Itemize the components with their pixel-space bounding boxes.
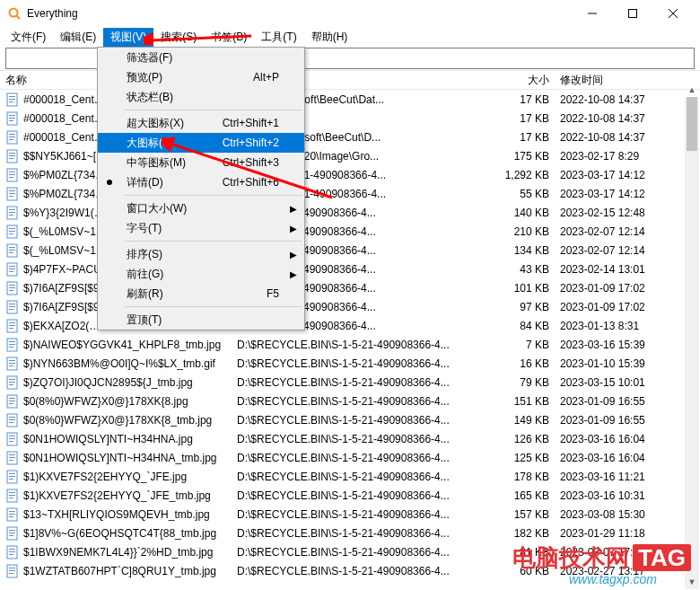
svg-rect-69 (9, 384, 13, 385)
svg-rect-7 (9, 96, 15, 97)
svg-rect-37 (9, 233, 13, 234)
file-row[interactable]: $)NAIWEO$YGGVK41_KHPLF8_tmb.jpgD:\$RECYC… (5, 335, 695, 354)
svg-rect-56 (9, 325, 15, 326)
dropdown-label: 大图标(L) (127, 136, 223, 151)
file-size: 151 KB (497, 395, 560, 408)
dropdown-label: 置顶(T) (127, 313, 304, 328)
file-icon (5, 281, 20, 295)
file-size: 125 KB (497, 452, 560, 464)
menu-item-0[interactable]: 文件(F) (4, 28, 53, 47)
col-mtime[interactable]: 修改时间 (560, 73, 695, 88)
app-icon (7, 6, 22, 21)
shortcut-label: Ctrl+Shift+3 (223, 156, 304, 169)
file-size: 210 KB (497, 225, 560, 238)
svg-rect-8 (9, 99, 15, 100)
scroll-up-icon[interactable]: ▲ (685, 83, 699, 97)
svg-rect-76 (9, 419, 15, 420)
file-row[interactable]: $)NYN663BM%@O0I]Q~I%$LX_tmb.gifD:\$RECYC… (5, 354, 695, 373)
svg-rect-24 (9, 174, 15, 175)
file-row[interactable]: $1]8V%~G(6EOQHSQTC4T{88_tmb.jpgD:\$RECYC… (5, 524, 695, 542)
menu-item-5[interactable]: 工具(T) (254, 28, 303, 47)
svg-rect-31 (9, 209, 15, 210)
dropdown-item-6[interactable]: 中等图标(M)Ctrl+Shift+3 (98, 153, 304, 172)
menu-separator (125, 306, 302, 307)
file-row[interactable]: $0(8%0}WFWZ}X0@}178XK{8_tmb.jpgD:\$RECYC… (5, 410, 695, 429)
file-icon (5, 168, 20, 182)
file-row[interactable]: $1)KXVE7FS2{2EHYYQ_`JFE_tmb.jpgD:\$RECYC… (5, 486, 695, 505)
dropdown-label: 超大图标(X) (127, 116, 223, 131)
dropdown-item-1[interactable]: 预览(P)Alt+P (98, 67, 304, 87)
file-row[interactable]: $0N1HOWIQSLY]NTI~H34HNA_tmb.jpgD:\$RECYC… (5, 448, 695, 467)
scroll-down-icon[interactable]: ▼ (685, 575, 699, 589)
dropdown-item-12[interactable]: 排序(S)▶ (98, 244, 304, 264)
file-icon (5, 545, 20, 559)
view-dropdown: 筛选器(F)预览(P)Alt+P状态栏(B)超大图标(X)Ctrl+Shift+… (97, 47, 305, 330)
svg-rect-103 (9, 549, 15, 550)
submenu-arrow-icon: ▶ (290, 250, 297, 260)
dropdown-item-16[interactable]: 置顶(T) (98, 310, 304, 330)
shortcut-label: Alt+P (253, 71, 304, 84)
dropdown-item-4[interactable]: 超大图标(X)Ctrl+Shift+1 (98, 113, 304, 133)
svg-rect-83 (9, 454, 15, 455)
svg-rect-49 (9, 290, 13, 291)
svg-rect-108 (9, 570, 15, 571)
svg-rect-80 (9, 438, 15, 439)
file-mtime: 2023-02-14 13:01 (560, 263, 695, 276)
minimize-button[interactable] (572, 1, 612, 26)
file-row[interactable]: $1)KXVE7FS2{2EHYYQ_`JFE.jpgD:\$RECYCLE.B… (5, 467, 695, 486)
dropdown-item-14[interactable]: 刷新(R)F5 (98, 284, 304, 304)
file-mtime: 2023-03-16 15:39 (560, 339, 695, 351)
dropdown-item-2[interactable]: 状态栏(B) (98, 87, 304, 107)
dropdown-item-10[interactable]: 字号(T)▶ (98, 218, 304, 238)
file-row[interactable]: $0(8%0}WFWZ}X0@}178XK{8.jpgD:\$RECYCLE.B… (5, 392, 695, 410)
file-icon (5, 130, 20, 145)
file-name: $0(8%0}WFWZ}X0@}178XK{8_tmb.jpg (23, 414, 230, 427)
menu-item-2[interactable]: 视图(V) (103, 28, 153, 47)
dropdown-item-7[interactable]: 详情(D)Ctrl+Shift+6 (98, 172, 304, 192)
submenu-arrow-icon: ▶ (290, 224, 297, 233)
scroll-thumb[interactable] (687, 97, 697, 151)
file-mtime: 2023-01-29 11:18 (560, 527, 695, 540)
svg-rect-45 (9, 271, 13, 272)
file-icon (5, 243, 20, 258)
svg-rect-63 (9, 360, 15, 361)
svg-rect-81 (9, 441, 13, 442)
maximize-button[interactable] (612, 1, 652, 26)
file-icon (5, 111, 20, 126)
file-row[interactable]: $)ZQ7OI}JI0QJCN2895${J_tmb.jpgD:\$RECYCL… (5, 373, 695, 392)
file-row[interactable]: $0N1HOWIQSLY]NTI~H34HNA.jpgD:\$RECYCLE.B… (5, 429, 695, 448)
file-size: 165 KB (497, 489, 560, 502)
scrollbar[interactable]: ▲ ▼ (685, 97, 699, 589)
menu-separator (125, 110, 302, 110)
close-button[interactable] (652, 1, 693, 26)
col-size[interactable]: 大小 (497, 73, 560, 88)
file-row[interactable]: $13~TXH[RLIYQIOS9MQEVH_tmb.jpgD:\$RECYCL… (5, 505, 695, 524)
file-name: $1IBWX9NEMK7L4L4}}`2%HD_tmb.jpg (23, 546, 230, 559)
submenu-arrow-icon: ▶ (290, 269, 297, 279)
dropdown-item-5[interactable]: 大图标(L)Ctrl+Shift+2 (98, 133, 304, 153)
file-name: $0(8%0}WFWZ}X0@}178XK{8.jpg (23, 395, 230, 408)
svg-rect-73 (9, 403, 13, 404)
file-mtime: 2022-10-08 14:37 (560, 93, 695, 106)
svg-rect-88 (9, 476, 15, 477)
svg-rect-12 (9, 118, 15, 119)
svg-rect-53 (9, 309, 13, 310)
shortcut-label: Ctrl+Shift+6 (223, 176, 304, 189)
menu-item-1[interactable]: 编辑(E) (53, 28, 103, 47)
menu-item-4[interactable]: 书签(B) (204, 28, 254, 47)
menu-item-6[interactable]: 帮助(H) (304, 28, 355, 47)
dropdown-label: 筛选器(F) (127, 50, 304, 66)
svg-rect-89 (9, 479, 13, 480)
svg-rect-84 (9, 457, 15, 458)
submenu-arrow-icon: ▶ (290, 204, 297, 214)
svg-rect-29 (9, 196, 13, 197)
bullet-icon (107, 180, 112, 185)
dropdown-item-9[interactable]: 窗口大小(W)▶ (98, 198, 304, 218)
svg-rect-95 (9, 511, 15, 512)
svg-rect-44 (9, 269, 15, 269)
dropdown-label: 中等图标(M) (127, 155, 223, 171)
dropdown-item-0[interactable]: 筛选器(F) (98, 48, 304, 67)
dropdown-item-13[interactable]: 前往(G)▶ (98, 264, 304, 284)
file-size: 17 KB (497, 131, 560, 144)
menu-item-3[interactable]: 搜索(S) (153, 28, 204, 47)
